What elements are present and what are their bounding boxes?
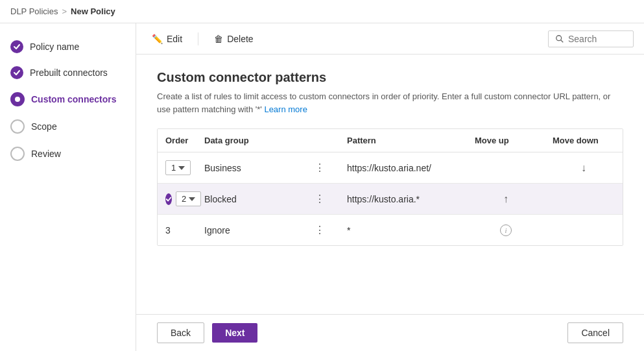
cell-pattern-1: https://kusto.aria.net/ [339,156,467,180]
cell-order-3: 3 [158,219,197,242]
chevron-down-icon [178,165,185,171]
cell-movedown-2 [545,193,623,206]
cancel-button[interactable]: Cancel [567,322,623,343]
cell-movedown-1[interactable]: ↓ [545,153,623,183]
sidebar-label-review: Review [31,149,61,159]
cell-datagroup-2: Blocked [197,188,300,211]
header-moveup: Move up [467,129,545,152]
cell-actions-1: ⋮ [300,152,339,183]
breadcrumb: DLP Policies > New Policy [10,6,115,16]
move-up-button-2[interactable]: ↑ [501,191,511,208]
cell-order-2: 2 [158,185,197,213]
header-order: Order [158,129,197,152]
cell-pattern-2: https://kusto.aria.* [339,188,467,211]
active-step-circle [10,92,25,106]
row-actions-button-2[interactable]: ⋮ [312,190,328,208]
cell-datagroup-1: Business [197,156,300,180]
page-title: Custom connector patterns [157,70,623,85]
table-row: 2 Blocked ⋮ https://kusto.aria.* [158,184,623,215]
cell-moveup-2[interactable]: ↑ [467,184,545,214]
move-down-button-1[interactable]: ↓ [578,160,589,176]
back-button[interactable]: Back [157,322,204,343]
sidebar-item-custom-connectors[interactable]: Custom connectors [0,86,136,113]
arrow-down-icon: ↓ [581,162,586,174]
svg-point-1 [556,35,562,40]
sidebar-label-custom: Custom connectors [31,94,116,104]
completed-icon [10,40,23,53]
edit-label: Edit [167,34,182,44]
header-actions [300,129,339,152]
cell-actions-3: ⋮ [300,215,339,245]
order-value-1: 1 [171,163,176,173]
more-icon: ⋮ [315,162,326,174]
more-icon-3: ⋮ [315,224,326,236]
sidebar-label-prebuilt: Prebuilt connectors [30,67,108,78]
edit-button[interactable]: ✏️ Edit [147,31,187,47]
delete-label: Delete [227,34,253,44]
search-box[interactable] [548,30,634,47]
sidebar-item-policy-name[interactable]: Policy name [0,34,136,60]
cell-datagroup-3: Ignore [197,219,300,242]
cell-pattern-3: * [339,219,467,242]
cell-moveup-1 [467,162,545,175]
cell-moveup-3: i [467,218,545,243]
page-body: Custom connector patterns Create a list … [136,54,644,314]
sidebar-item-scope[interactable]: Scope [0,113,136,140]
delete-icon: 🗑 [214,34,223,44]
main-layout: Policy name Prebuilt connectors Custom c… [0,23,644,351]
sidebar-label-scope: Scope [31,121,57,132]
cell-actions-2: ⋮ [300,184,339,214]
breadcrumb-current: New Policy [71,6,115,16]
learn-more-link[interactable]: Learn more [264,104,307,114]
cell-movedown-3 [545,224,623,237]
header-pattern: Pattern [339,129,467,152]
toolbar: ✏️ Edit 🗑 Delete [136,23,644,54]
more-icon-2: ⋮ [315,193,326,205]
info-icon: i [500,224,512,236]
empty-step-scope [10,119,25,134]
edit-icon: ✏️ [152,34,163,44]
data-table: Order Data group Pattern Move up Move do… [157,128,623,246]
table-row: 1 Business ⋮ https://kusto.aria.net/ [158,152,623,184]
table-header: Order Data group Pattern Move up Move do… [158,129,623,152]
table-row: 3 Ignore ⋮ * i [158,215,623,245]
order-select-1[interactable]: 1 [165,160,191,175]
sidebar-item-prebuilt-connectors[interactable]: Prebuilt connectors [0,60,136,86]
sidebar-label-policy-name: Policy name [30,42,79,52]
arrow-up-icon: ↑ [503,193,508,205]
sidebar-item-review[interactable]: Review [0,140,136,167]
chevron-down-icon-2 [189,196,195,202]
cell-order-1: 1 [158,154,197,182]
header-datagroup: Data group [197,129,300,152]
header-movedown: Move down [545,129,623,152]
row-checked-icon [165,193,172,205]
svg-point-0 [15,97,20,102]
breadcrumb-dlp-link[interactable]: DLP Policies [10,6,58,16]
completed-icon-2 [10,66,23,79]
sidebar: Policy name Prebuilt connectors Custom c… [0,23,136,351]
next-button[interactable]: Next [212,323,257,343]
topbar: DLP Policies > New Policy [0,0,644,23]
order-value-2: 2 [182,194,186,204]
toolbar-separator [198,32,198,45]
breadcrumb-separator: > [62,6,67,16]
row-actions-button-1[interactable]: ⋮ [312,159,328,176]
content-area: ✏️ Edit 🗑 Delete Custom connector patter… [136,23,644,351]
svg-line-2 [561,40,564,42]
search-input[interactable] [568,34,626,44]
footer: Back Next Cancel [136,314,644,351]
page-description: Create a list of rules to limit access t… [157,90,611,115]
search-icon [555,34,564,43]
delete-button[interactable]: 🗑 Delete [209,31,258,47]
row-actions-button-3[interactable]: ⋮ [312,221,328,239]
empty-step-review [10,147,25,161]
